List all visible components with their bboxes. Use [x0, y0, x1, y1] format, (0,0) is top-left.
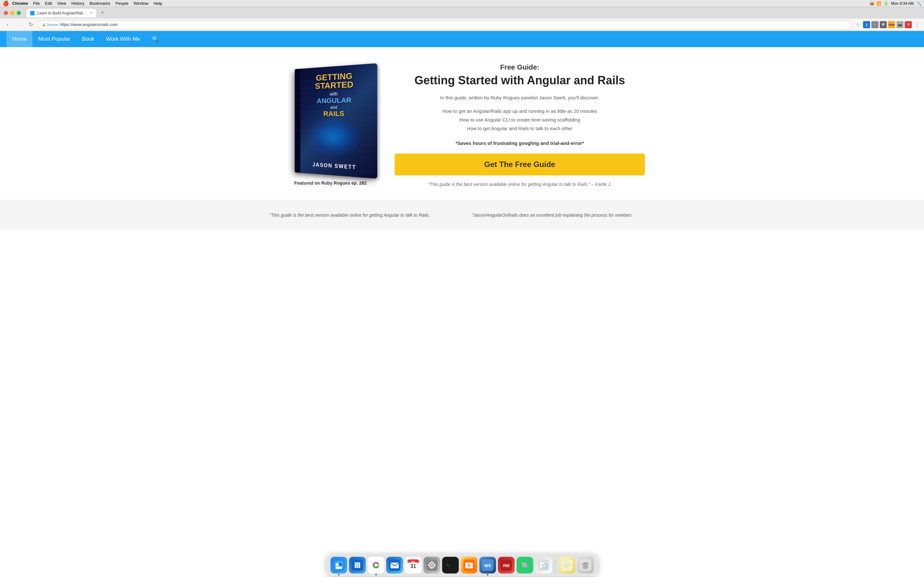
chrome-toolbar: ‹ › ↻ 🔒 Secure https://www.angularonrail…	[0, 19, 924, 31]
testimonials-section: "This guide is the best version availabl…	[0, 200, 924, 230]
guide-points: How to get an Angular/Rails app up and r…	[395, 107, 645, 133]
clock: Mon 9:34 AM	[891, 1, 914, 6]
ext-new-icon[interactable]: New	[888, 21, 895, 28]
menu-history[interactable]: History	[71, 1, 84, 6]
bookmark-star-icon[interactable]: ☆	[854, 21, 862, 29]
guide-savings: *Saves hours of frustrating googling and…	[395, 140, 645, 146]
menu-file[interactable]: File	[33, 1, 40, 6]
book-cover: GETTING STARTED with ANGULAR and RAILS J…	[286, 60, 375, 175]
url-display: https://www.angularonrails.com	[60, 22, 118, 27]
chrome-titlebar: Learn to Build Angular/Rails Si... ✕ +	[0, 7, 924, 19]
menu-bar: 🍎 Chrome File Edit View History Bookmark…	[0, 0, 924, 7]
nav-search-icon[interactable]: 🔍	[149, 31, 162, 47]
menu-bar-items: Chrome File Edit View History Bookmarks …	[12, 1, 162, 6]
ext-2-icon[interactable]: ○	[871, 21, 879, 28]
lock-icon: 🔒	[42, 23, 46, 26]
tab-close-button[interactable]: ✕	[90, 11, 92, 15]
forward-button[interactable]: ›	[15, 20, 24, 29]
main-content: GETTING STARTED with ANGULAR and RAILS J…	[270, 47, 654, 200]
tab-bar: Learn to Build Angular/Rails Si... ✕ +	[26, 8, 920, 17]
menu-help[interactable]: Help	[153, 1, 162, 6]
nav-book[interactable]: Book	[76, 31, 100, 47]
book-section: GETTING STARTED with ANGULAR and RAILS J…	[279, 60, 382, 185]
ext-red-icon[interactable]: ✕	[905, 21, 912, 28]
secure-badge: 🔒 Secure	[42, 23, 58, 27]
cta-button[interactable]: Get The Free Guide	[395, 153, 645, 175]
wifi-icon: 📶	[876, 1, 881, 6]
menu-edit[interactable]: Edit	[45, 1, 52, 6]
ext-1-icon[interactable]: 1	[863, 21, 870, 28]
nav-work-with-me[interactable]: Work With Me	[100, 31, 145, 47]
secure-label: Secure	[47, 23, 58, 27]
traffic-lights	[4, 11, 21, 15]
guide-intro: In this guide, written by Ruby Rogues pa…	[395, 95, 645, 100]
chrome-menu-icon[interactable]: ⋮	[913, 21, 921, 29]
dropbox-icon: 📦	[869, 1, 874, 6]
tab-favicon	[30, 11, 35, 15]
nav-home[interactable]: Home	[6, 31, 32, 47]
active-tab[interactable]: Learn to Build Angular/Rails Si... ✕	[26, 8, 97, 17]
minimize-button[interactable]	[10, 11, 15, 15]
guide-title: Getting Started with Angular and Rails	[395, 73, 645, 87]
ext-cam-icon[interactable]: 📷	[897, 21, 903, 28]
menu-view[interactable]: View	[57, 1, 66, 6]
back-button[interactable]: ‹	[3, 20, 12, 29]
tab-title: Learn to Build Angular/Rails Si...	[37, 11, 87, 15]
menu-window[interactable]: Window	[134, 1, 148, 6]
maximize-button[interactable]	[17, 11, 21, 15]
testimonial-2: "Jason/AngularOnRails does an excellent …	[472, 213, 654, 218]
menu-chrome[interactable]: Chrome	[12, 1, 28, 6]
new-tab-button[interactable]: +	[98, 8, 107, 17]
site-nav: Home Most Popular Book Work With Me 🔍	[0, 31, 924, 47]
apple-menu[interactable]: 🍎	[3, 0, 9, 6]
featured-label: Featured on Ruby Rogues ep. 282	[294, 181, 367, 185]
menu-people[interactable]: People	[115, 1, 128, 6]
chrome-window: Learn to Build Angular/Rails Si... ✕ + ‹…	[0, 7, 924, 31]
ext-3-icon[interactable]: W	[880, 21, 887, 28]
menu-bar-right: 📦 📶 🔋 Mon 9:34 AM 🔍	[869, 1, 921, 6]
menu-bookmarks[interactable]: Bookmarks	[89, 1, 110, 6]
testimonial-1: "This guide is the best version availabl…	[270, 213, 452, 218]
address-bar[interactable]: 🔒 Secure https://www.angularonrails.com	[38, 20, 851, 29]
guide-section: Free Guide: Getting Started with Angular…	[395, 60, 645, 187]
guide-point-1: How to get an Angular/Rails app up and r…	[395, 107, 645, 115]
toolbar-extensions: ☆ 1 ○ W New 📷 ✕ ⋮	[854, 21, 921, 29]
book-rails-text: RAILS	[297, 109, 374, 118]
status-icons: 📦 📶 🔋	[869, 1, 888, 6]
book-3d: GETTING STARTED with ANGULAR and RAILS J…	[295, 63, 377, 179]
guide-point-3: How to get Angular and Rails to talk to …	[395, 124, 645, 133]
testimonials-grid: "This guide is the best version availabl…	[270, 213, 654, 218]
battery-icon: 🔋	[883, 1, 888, 6]
guide-testimonial: "This guide is the best version availabl…	[395, 182, 645, 187]
guide-point-2: How to use Angular CLI to create time-sa…	[395, 115, 645, 124]
search-menubar-icon[interactable]: 🔍	[916, 1, 921, 6]
close-button[interactable]	[4, 11, 8, 15]
guide-subtitle: Free Guide:	[395, 63, 645, 71]
nav-most-popular[interactable]: Most Popular	[32, 31, 76, 47]
book-title-overlay: GETTING STARTED with ANGULAR and RAILS	[295, 70, 377, 118]
reload-button[interactable]: ↻	[26, 20, 35, 29]
